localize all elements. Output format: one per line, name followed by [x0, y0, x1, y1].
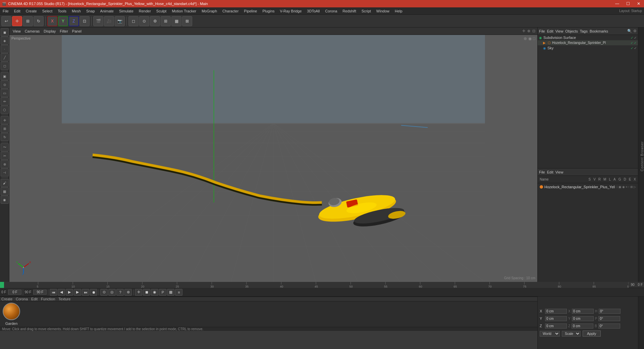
transport-end-input[interactable] [33, 290, 47, 295]
lt-deform[interactable]: ◉ [1, 196, 9, 204]
transport-play[interactable]: ▶ [66, 289, 73, 296]
mat-tab-corona[interactable]: Corona [16, 297, 28, 301]
attr-icon7[interactable]: ▷ [634, 185, 636, 189]
om-view-menu[interactable]: View [555, 29, 564, 33]
menu-create[interactable]: Create [23, 8, 40, 14]
menu-script[interactable]: Script [359, 8, 374, 14]
coord-b-rot[interactable] [598, 323, 620, 329]
lt-texture-mode[interactable]: ◈ [1, 37, 9, 45]
view-layout-btn[interactable]: ▦ [171, 16, 181, 26]
attr-file-menu[interactable]: File [539, 170, 545, 174]
maximize-button[interactable]: ☐ [623, 0, 633, 7]
coord-p-rot[interactable] [598, 316, 620, 321]
transport-go-end[interactable]: ⏭ [82, 289, 89, 296]
transport-prev-frame[interactable]: ◀ [58, 289, 65, 296]
transport-key5[interactable]: ▦ [167, 289, 174, 296]
object-item-hozelock[interactable]: ▶ ⬡ Hozelock_Rectangular_Sprinkler_Plus_… [538, 40, 638, 45]
coord-x-pos[interactable] [545, 309, 567, 314]
attr-icon3[interactable]: ◉ [622, 185, 625, 189]
transport-mode4[interactable]: ⊛ [124, 289, 132, 296]
lt-rect-select[interactable]: ▭ [1, 89, 9, 97]
view-snap-btn[interactable]: ⊠ [182, 16, 192, 26]
lt-point-mode[interactable]: · [1, 45, 9, 53]
menu-tools[interactable]: Tools [55, 8, 69, 14]
render-btn[interactable]: 🎬 [93, 16, 103, 26]
menu-file[interactable]: File [0, 8, 11, 14]
attr-row-object[interactable]: Hozelock_Rectangular_Sprinkler_Plus_Yell… [539, 185, 637, 189]
3d-viewport[interactable]: Perspective [9, 35, 537, 282]
menu-3dtoall[interactable]: 3DToAll [304, 8, 322, 14]
om-settings-icon[interactable]: ⚙ [633, 29, 637, 33]
scale-tool[interactable]: ⊞ [23, 16, 33, 26]
coord-z-size[interactable] [572, 323, 593, 329]
mat-tab-create[interactable]: Create [1, 297, 12, 301]
menu-help[interactable]: Help [392, 8, 405, 14]
menu-redshift[interactable]: Redshift [340, 8, 359, 14]
view-sphere-btn[interactable]: ⊙ [139, 16, 149, 26]
scale-dropdown[interactable]: Scale [562, 331, 581, 337]
object-item-subdivision[interactable]: ◉ Subdivision Surface ✓ ✓ [538, 35, 638, 40]
attr-edit-menu[interactable]: Edit [547, 170, 553, 174]
lt-move[interactable]: ✛ [1, 116, 9, 124]
transport-mode1[interactable]: ⊙ [100, 289, 108, 296]
z-axis-btn[interactable]: Z [69, 16, 79, 26]
y-axis-btn[interactable]: Y [58, 16, 68, 26]
sky-render-icon[interactable]: ✓ [634, 46, 637, 50]
menu-vray[interactable]: V-Ray Bridge [277, 8, 305, 14]
om-edit-menu[interactable]: Edit [547, 29, 553, 33]
x-axis-btn[interactable]: X [47, 16, 57, 26]
transport-mode2[interactable]: ◎ [108, 289, 116, 296]
menu-animate[interactable]: Animate [98, 8, 116, 14]
rotate-tool[interactable]: ↻ [34, 16, 44, 26]
menu-select[interactable]: Select [40, 8, 55, 14]
lt-paint[interactable]: 🖌 [1, 179, 9, 187]
render-region-btn[interactable]: 🎥 [104, 16, 114, 26]
lt-spline[interactable]: 〜 [1, 143, 9, 151]
minimize-button[interactable]: — [612, 0, 623, 7]
view-gear-btn[interactable]: ⚙ [150, 16, 160, 26]
lt-knife[interactable]: ✂ [1, 152, 9, 160]
coord-y-size[interactable] [572, 316, 594, 321]
attr-view-menu[interactable]: View [555, 170, 564, 174]
close-button[interactable]: ✕ [633, 0, 644, 7]
vp-view-menu[interactable]: View [11, 29, 22, 34]
menu-plugins[interactable]: Plugins [260, 8, 277, 14]
world-dropdown[interactable]: World [540, 331, 560, 337]
lt-freehand[interactable]: ✏ [1, 97, 9, 105]
hozelock-render-icon[interactable]: ✓ [634, 41, 637, 45]
menu-sculpt[interactable]: Sculpt [154, 8, 169, 14]
transport-mode3[interactable]: ? [116, 289, 124, 296]
hozelock-visible-icon[interactable]: ✓ [631, 41, 633, 45]
om-search-icon[interactable]: 🔍 [627, 29, 632, 33]
coord-z-pos[interactable] [545, 323, 567, 329]
viewport-zoom-icon[interactable]: ⊕ [527, 29, 530, 33]
sky-visible-icon[interactable]: ✓ [631, 46, 633, 50]
vp-cameras-menu[interactable]: Cameras [23, 29, 41, 34]
menu-window[interactable]: Window [374, 8, 392, 14]
lt-rotate[interactable]: ↻ [1, 133, 9, 141]
attr-icon2[interactable]: ▣ [619, 185, 622, 189]
om-tags-menu[interactable]: Tags [580, 29, 588, 33]
transport-frame-input[interactable] [8, 290, 21, 295]
lt-poly-mode[interactable]: ◻ [1, 62, 9, 70]
transport-go-start[interactable]: ⏮ [50, 289, 57, 296]
world-axis-btn[interactable]: ⊡ [79, 16, 90, 26]
lt-select-all[interactable]: ▣ [1, 72, 9, 80]
content-browser-label[interactable]: Content Browser [640, 141, 644, 171]
viewport-fullscreen-icon[interactable]: ⊡ [532, 29, 535, 33]
transport-key3[interactable]: ◉ [151, 289, 158, 296]
object-item-sky[interactable]: ◉ Sky ✓ ✓ [538, 45, 638, 51]
coord-x-size[interactable] [572, 309, 594, 314]
menu-character[interactable]: Character [220, 8, 241, 14]
material-thumbnail[interactable] [3, 303, 20, 320]
vp-display-menu[interactable]: Display [42, 29, 57, 34]
transport-key2[interactable]: ◼ [143, 289, 150, 296]
check-icon[interactable]: ✓ [631, 36, 633, 40]
menu-simulate[interactable]: Simulate [116, 8, 136, 14]
coord-y-pos[interactable] [545, 316, 567, 321]
menu-snap[interactable]: Snap [84, 8, 98, 14]
material-item[interactable]: Garden [3, 303, 20, 326]
viewport-move-icon[interactable]: ✛ [522, 29, 525, 33]
lock-icon[interactable]: ✓ [634, 36, 637, 40]
attr-icon5[interactable]: ↑ [628, 185, 630, 189]
